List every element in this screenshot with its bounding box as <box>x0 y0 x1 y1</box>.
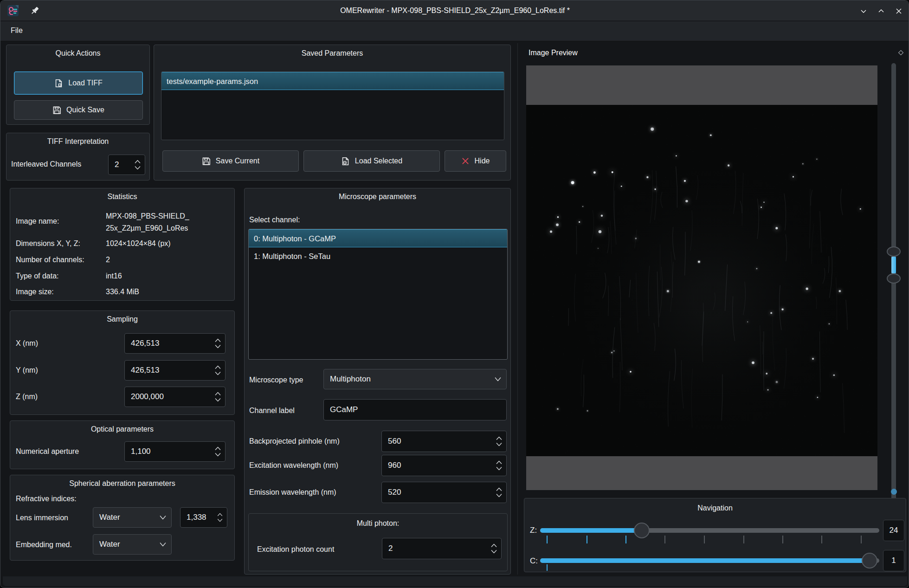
z-value-box[interactable]: 24 <box>883 520 904 541</box>
load-tiff-label: Load TIFF <box>68 79 103 87</box>
group-title: Navigation <box>524 504 906 512</box>
sampling-group: Sampling X (nm) 426,513 Y (nm) 426,513 Z… <box>10 310 235 415</box>
display-range-end-dot <box>891 489 897 495</box>
spin-down-icon[interactable] <box>135 166 141 170</box>
app-window: OMERewriter - MPX-098_PBS-SHIELD_25x_Z2µ… <box>0 0 909 588</box>
spin-value: 426,513 <box>131 339 159 348</box>
saved-parameters-group: Saved Parameters tests/example-params.js… <box>154 45 511 181</box>
list-item[interactable]: tests/example-params.json <box>161 72 504 90</box>
stat-value: MPX-098_PBS-SHIELD_ 25x_Z2µm_E960_LoRes <box>106 210 189 234</box>
stat-label: Number of channels: <box>16 255 84 265</box>
group-title: TIFF Interpretation <box>6 137 149 146</box>
spin-down-icon[interactable] <box>215 453 221 457</box>
load-tiff-button[interactable]: Load TIFF <box>14 71 143 95</box>
lens-immersion-combobox[interactable]: Water <box>93 507 172 528</box>
navigation-group: Navigation Z: 24 C: 1 <box>524 498 906 572</box>
z-tick <box>664 536 665 543</box>
numerical-aperture-spinbox[interactable]: 1,100 <box>124 441 226 462</box>
interleaved-channels-spinbox[interactable]: 2 <box>108 155 145 175</box>
spin-up-icon[interactable] <box>135 160 141 164</box>
stat-label: Image size: <box>16 287 54 297</box>
spin-up-icon[interactable] <box>217 513 223 517</box>
c-slider-fill <box>540 558 870 563</box>
maximize-icon[interactable] <box>876 6 887 17</box>
spin-down-icon[interactable] <box>496 467 502 471</box>
pinhole-spinbox[interactable]: 560 <box>381 431 507 452</box>
embedding-medium-combobox[interactable]: Water <box>93 534 172 555</box>
spin-down-icon[interactable] <box>491 550 497 554</box>
quick-save-label: Quick Save <box>66 106 104 114</box>
group-title: Statistics <box>10 193 234 201</box>
x-icon <box>461 157 470 165</box>
spin-up-icon[interactable] <box>496 437 502 440</box>
float-dock-icon[interactable] <box>897 49 904 56</box>
spin-down-icon[interactable] <box>496 494 502 498</box>
image-preview-viewport <box>526 65 877 490</box>
spin-up-icon[interactable] <box>215 392 221 396</box>
z-slider-handle[interactable] <box>634 523 650 538</box>
spin-down-icon[interactable] <box>496 443 502 446</box>
lens-immersion-label: Lens immersion <box>16 513 68 523</box>
c-slider-handle[interactable] <box>862 553 877 569</box>
quick-save-button[interactable]: Quick Save <box>14 100 143 120</box>
emission-wavelength-spinbox[interactable]: 520 <box>381 482 507 503</box>
display-range-upper-handle[interactable] <box>887 246 901 257</box>
spin-up-icon[interactable] <box>496 488 502 491</box>
sampling-y-label: Y (nm) <box>16 365 38 375</box>
spin-up-icon[interactable] <box>491 544 497 548</box>
spin-value: 2 <box>388 544 393 553</box>
list-item[interactable]: 0: Multiphoton - GCaMP <box>249 229 507 247</box>
list-item[interactable]: 1: Multiphoton - SeTau <box>249 247 507 265</box>
save-current-button[interactable]: Save Current <box>162 150 299 172</box>
z-tick <box>547 536 548 543</box>
c-value-box[interactable]: 1 <box>883 550 904 571</box>
spin-value: 426,513 <box>131 366 159 375</box>
menubar: File <box>0 21 909 41</box>
load-selected-button[interactable]: Load Selected <box>303 150 440 172</box>
sampling-y-spinbox[interactable]: 426,513 <box>124 360 226 381</box>
minimize-icon[interactable] <box>858 6 869 17</box>
combo-value: Water <box>99 513 120 522</box>
numerical-aperture-label: Numerical aperture <box>16 446 79 457</box>
combo-value: Multiphoton <box>330 375 371 384</box>
spin-value: 2000,000 <box>131 392 164 401</box>
z-tick <box>704 536 705 543</box>
spin-down-icon[interactable] <box>217 519 223 522</box>
titlebar: OMERewriter - MPX-098_PBS-SHIELD_25x_Z2µ… <box>0 0 909 21</box>
spin-up-icon[interactable] <box>496 461 502 465</box>
refractive-indices-label: Refractive indices: <box>16 494 77 504</box>
channel-list[interactable]: 0: Multiphoton - GCaMP 1: Multiphoton - … <box>248 229 508 360</box>
stat-value: 336.4 MiB <box>106 287 139 297</box>
microscope-type-label: Microscope type <box>249 375 303 385</box>
display-range-lower-handle[interactable] <box>887 273 901 284</box>
microscopy-image <box>526 105 877 456</box>
microscope-type-combobox[interactable]: Multiphoton <box>323 369 507 389</box>
input-value: GCaMP <box>330 405 358 414</box>
sampling-x-spinbox[interactable]: 426,513 <box>124 333 226 354</box>
stat-label: Type of data: <box>16 271 59 281</box>
emission-wavelength-label: Emission wavelength (nm) <box>249 487 336 498</box>
excitation-wavelength-spinbox[interactable]: 960 <box>381 455 507 476</box>
channel-label-input[interactable]: GCaMP <box>323 399 507 420</box>
lens-immersion-index-spinbox[interactable]: 1,338 <box>180 507 227 528</box>
z-tick <box>821 536 822 543</box>
spin-value: 1,338 <box>187 513 206 522</box>
display-range-slider-track[interactable] <box>891 63 896 510</box>
spin-down-icon[interactable] <box>215 345 221 349</box>
group-title: Sampling <box>10 315 234 323</box>
spherical-aberration-group: Spherical aberration parameters Refracti… <box>10 475 235 561</box>
c-tick <box>547 564 548 571</box>
floppy-icon <box>202 157 211 166</box>
spin-down-icon[interactable] <box>215 372 221 375</box>
sampling-z-spinbox[interactable]: 2000,000 <box>124 387 226 407</box>
spin-up-icon[interactable] <box>215 447 221 451</box>
photon-count-spinbox[interactable]: 2 <box>382 538 502 559</box>
spin-up-icon[interactable] <box>215 339 221 342</box>
menu-file[interactable]: File <box>5 24 28 37</box>
splitter-handle[interactable] <box>517 43 518 575</box>
close-icon[interactable] <box>893 6 904 17</box>
saved-parameters-list[interactable]: tests/example-params.json <box>161 71 504 140</box>
spin-up-icon[interactable] <box>215 366 221 369</box>
spin-down-icon[interactable] <box>215 398 221 402</box>
hide-button[interactable]: Hide <box>445 150 506 172</box>
